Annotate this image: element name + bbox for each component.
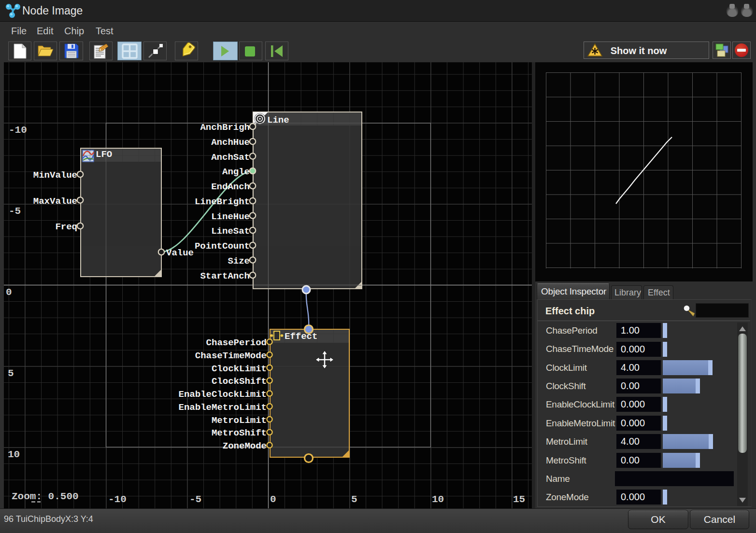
svg-text:ZoneMode: ZoneMode (223, 441, 267, 451)
svg-text:ClockLimit: ClockLimit (212, 364, 267, 374)
svg-text:ChaseTimeMode: ChaseTimeMode (195, 351, 267, 361)
svg-text:EnableClockLimit: EnableClockLimit (179, 389, 267, 400)
svg-text:ChasePeriod: ChasePeriod (206, 337, 267, 348)
svg-text:ClockShift: ClockShift (212, 376, 267, 387)
svg-text:Angle: Angle (222, 167, 250, 177)
svg-text:AnchSat: AnchSat (211, 152, 250, 163)
svg-text:Value: Value (166, 248, 194, 258)
svg-text:LineSat: LineSat (211, 226, 250, 237)
svg-text:Size: Size (228, 256, 250, 266)
svg-text:EndAnch: EndAnch (211, 182, 250, 192)
svg-text:MinValue: MinValue (33, 170, 77, 181)
svg-text:PointCount: PointCount (195, 241, 250, 252)
svg-text:MetroShift: MetroShift (212, 428, 267, 438)
svg-text:LineBright: LineBright (195, 196, 250, 207)
svg-text:Line: Line (267, 115, 289, 126)
svg-text:AnchHue: AnchHue (211, 137, 250, 148)
svg-text:StartAnch: StartAnch (200, 271, 250, 281)
svg-text:LFO: LFO (96, 149, 112, 160)
svg-text:MaxValue: MaxValue (33, 196, 77, 207)
svg-text:AnchBrigh: AnchBrigh (200, 122, 250, 133)
svg-text:LineHue: LineHue (211, 211, 250, 222)
svg-text:EnableMetroLimit: EnableMetroLimit (179, 402, 267, 413)
svg-text:Effect: Effect (285, 331, 317, 342)
svg-text:Freq: Freq (55, 222, 77, 232)
svg-text:MetroLimit: MetroLimit (212, 415, 267, 426)
